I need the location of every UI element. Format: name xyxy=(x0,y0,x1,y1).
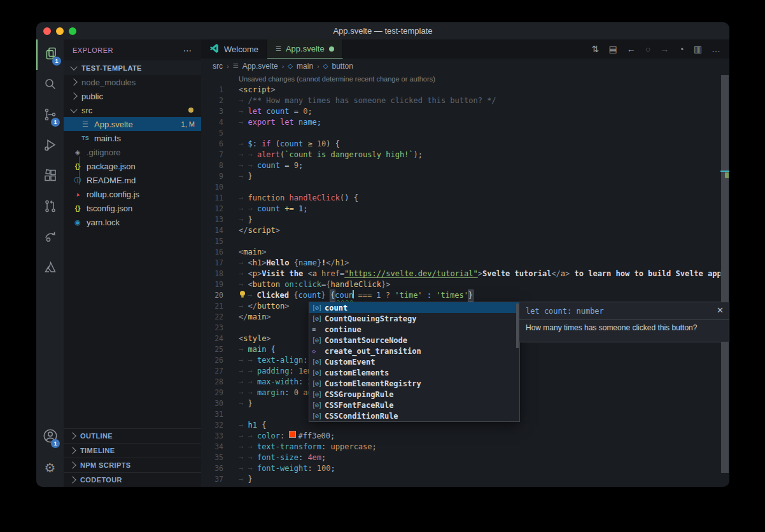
tree-item-readme-md[interactable]: ⓘREADME.md xyxy=(64,173,201,187)
suggest-item-cssconditionrule[interactable]: [⊘]CSSConditionRule xyxy=(309,410,519,421)
code-line-12[interactable]: 12→ → count += 1; xyxy=(201,204,720,214)
code-line-11[interactable]: 11→ function handleClick() { xyxy=(201,193,720,204)
code-line-37[interactable]: 37→ } xyxy=(201,474,720,485)
tree-item-src[interactable]: src xyxy=(64,103,201,117)
chevron-right-icon xyxy=(69,476,76,483)
code-line-18[interactable]: 18→ <p>Visit the <a href="https://svelte… xyxy=(201,269,720,279)
code-line-15[interactable]: 15 xyxy=(201,236,720,247)
activity-item-run-debug[interactable] xyxy=(36,131,64,162)
activity-item-settings[interactable]: ⚙ xyxy=(36,452,64,483)
navigate-previous-change-icon[interactable]: ○ xyxy=(645,44,650,54)
suggest-item-cssgroupingrule[interactable]: [⊘]CSSGroupingRule xyxy=(309,389,519,400)
breadcrumb-item-app-svelte[interactable]: App.svelte xyxy=(242,62,278,71)
suggest-item-continue[interactable]: ≡continue xyxy=(309,324,519,335)
tree-item-public[interactable]: public xyxy=(64,89,201,103)
code-line-33[interactable]: 33→ → color: #ff3e00; xyxy=(201,431,720,442)
line-number: 21 xyxy=(201,301,223,312)
indent-guide xyxy=(79,157,80,185)
code-line-10[interactable]: 10 xyxy=(201,182,720,193)
workspace-root-label: TEST-TEMPLATE xyxy=(81,64,142,72)
suggest-item-count[interactable]: [⊘]count xyxy=(309,302,519,313)
breadcrumb-item-button[interactable]: button xyxy=(332,62,353,71)
code-line-8[interactable]: 8→ → count = 9; xyxy=(201,160,720,171)
tab-welcome[interactable]: Welcome xyxy=(201,39,267,59)
scrollbar-thumb[interactable] xyxy=(721,75,729,473)
code-line-36[interactable]: 36→ → font-weight: 100; xyxy=(201,463,720,474)
suggest-item-create_out_transition[interactable]: ◇create_out_transition xyxy=(309,346,519,356)
vscode-window: App.svelte — test-template 111⚙ EXPLORER… xyxy=(36,22,729,487)
code-line-6[interactable]: 6→ $: if (count ≥ 10) { xyxy=(201,139,720,150)
suggest-item-label: continue xyxy=(325,325,361,334)
overview-change-marker xyxy=(725,172,729,178)
breadcrumb-item-src[interactable]: src xyxy=(213,62,223,71)
suggest-item-customelementregistry[interactable]: [⊘]CustomElementRegistry xyxy=(309,378,519,389)
code-line-16[interactable]: 16<main> xyxy=(201,247,720,258)
breadcrumb-item-main[interactable]: main xyxy=(297,62,313,71)
activity-item-search[interactable] xyxy=(36,70,64,101)
codelens-unsaved-changes[interactable]: Unsaved changes (cannot determine recent… xyxy=(201,73,720,85)
suggest-item-label: CSSConditionRule xyxy=(325,412,398,421)
navigate-back-icon[interactable]: ← xyxy=(627,44,636,54)
lightbulb-icon[interactable] xyxy=(239,290,246,301)
suggest-item-cssfontfacerule[interactable]: [⊘]CSSFontFaceRule xyxy=(309,400,519,410)
section-outline[interactable]: OUTLINE xyxy=(64,428,201,443)
tree-item-main-ts[interactable]: TSmain.ts xyxy=(64,131,201,145)
code-line-35[interactable]: 35→ → font-size: 4em; xyxy=(201,452,720,463)
activity-item-source-control[interactable]: 1 xyxy=(36,101,64,131)
open-changes-icon[interactable]: ⇅ xyxy=(592,44,600,54)
tree-item--gitignore[interactable]: ◈.gitignore xyxy=(64,145,201,159)
code-line-19[interactable]: 19→ <button on:click={handleClick}> xyxy=(201,279,720,290)
tree-item-tsconfig-json[interactable]: {}tsconfig.json xyxy=(64,201,201,215)
modified-dot-icon[interactable] xyxy=(329,46,334,52)
more-actions-icon[interactable]: … xyxy=(712,44,720,54)
activity-item-extensions[interactable] xyxy=(36,162,64,192)
activity-item-azure[interactable] xyxy=(36,253,64,284)
svelte-file-icon: ☰ xyxy=(80,120,90,129)
line-number: 29 xyxy=(201,388,223,398)
tree-item-node-modules[interactable]: node_modules xyxy=(64,75,201,89)
code-line-3[interactable]: 3→ let count = 0; xyxy=(201,106,720,117)
color-swatch xyxy=(289,431,296,438)
activity-item-accounts[interactable]: 1 xyxy=(36,422,64,452)
code-line-34[interactable]: 34→ → text-transform: uppercase; xyxy=(201,442,720,452)
editor-scrollbar[interactable] xyxy=(720,75,729,487)
suggest-item-customelements[interactable]: [⊘]customElements xyxy=(309,367,519,378)
line-number: 35 xyxy=(201,452,223,463)
code-line-4[interactable]: 4→ export let name; xyxy=(201,117,720,128)
tab-app-svelte[interactable]: ☰App.svelte xyxy=(267,39,343,59)
navigate-next-change-icon[interactable]: → xyxy=(660,44,669,54)
code-line-17[interactable]: 17→ <h1>Hello {name}!</h1> xyxy=(201,258,720,269)
tab-label: Welcome xyxy=(224,45,258,54)
suggest-item-customevent[interactable]: [⊘]CustomEvent xyxy=(309,356,519,367)
code-line-5[interactable]: 5 xyxy=(201,128,720,139)
suggest-item-countqueuingstrategy[interactable]: [⊘]CountQueuingStrategy xyxy=(309,313,519,324)
code-line-13[interactable]: 13→ } xyxy=(201,214,720,225)
run-code-icon[interactable]: ◔ xyxy=(678,44,684,54)
code-line-20[interactable]: 20→ Clicked {count} {coun === 1 ? 'time'… xyxy=(201,290,720,301)
code-line-7[interactable]: 7→ → alert(`count is dangerously high!`)… xyxy=(201,150,720,160)
suggest-doc-text: How many times has someone clicked this … xyxy=(519,323,729,332)
code-line-1[interactable]: 1<script> xyxy=(201,85,720,95)
activity-item-explorer[interactable]: 1 xyxy=(36,39,65,70)
close-icon[interactable]: ✕ xyxy=(717,307,724,314)
activity-item-github-pull-requests[interactable] xyxy=(36,192,64,223)
views-more-actions-icon[interactable]: ⋯ xyxy=(183,45,193,55)
code-editor[interactable]: Unsaved changes (cannot determine recent… xyxy=(201,73,720,487)
sidebar-header: EXPLORER ⋯ xyxy=(64,39,201,60)
suggest-item-constantsourcenode[interactable]: [⊘]ConstantSourceNode xyxy=(309,335,519,346)
code-line-14[interactable]: 14</script> xyxy=(201,225,720,236)
code-line-2[interactable]: 2→ /** How many times has someone clicke… xyxy=(201,95,720,106)
tree-item-yarn-lock[interactable]: ◉yarn.lock xyxy=(64,215,201,229)
tree-item-package-json[interactable]: {}package.json xyxy=(64,159,201,173)
code-line-9[interactable]: 9→ } xyxy=(201,171,720,182)
split-editor-icon[interactable]: ▥ xyxy=(694,44,702,54)
section-codetour[interactable]: CODETOUR xyxy=(64,472,201,487)
section-npm-scripts[interactable]: NPM SCRIPTS xyxy=(64,458,201,472)
section-timeline[interactable]: TIMELINE xyxy=(64,443,201,458)
activity-item-live-share[interactable] xyxy=(36,223,64,253)
open-preview-icon[interactable]: ▤ xyxy=(609,44,617,54)
workspace-root-row[interactable]: TEST-TEMPLATE xyxy=(64,60,201,75)
line-number: 25 xyxy=(201,344,223,355)
tree-item-rollup-config-js[interactable]: ▲rollup.config.js xyxy=(64,187,201,201)
tree-item-app-svelte[interactable]: ☰App.svelte1, M xyxy=(64,117,201,131)
